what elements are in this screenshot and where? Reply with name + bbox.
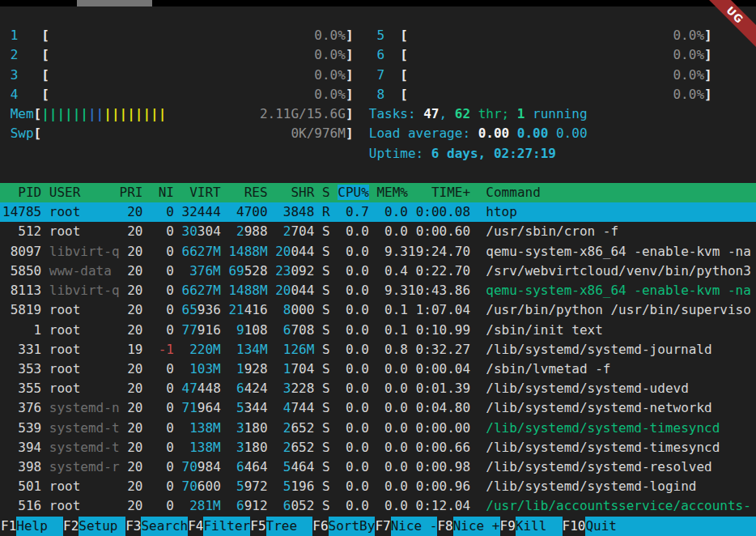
column-header-virt[interactable]: VIRT [189, 185, 221, 200]
mem-value: 138M [189, 440, 221, 455]
fn-f3-search[interactable]: F3Search [125, 517, 188, 536]
column-header-pid[interactable]: PID [18, 185, 41, 200]
mem-value: 9 [236, 322, 244, 338]
swp-meter-line: Swp[ 0K/976M] Load average: 0.00 0.00 0.… [0, 124, 756, 143]
cell-ni: 0 [142, 498, 174, 513]
cell-mem: 0.1 [369, 322, 408, 338]
cell-ni: 0 [142, 381, 174, 396]
fn-key-label: F10 [563, 517, 586, 536]
cell-ni: 0 [142, 400, 174, 415]
mem-value: 5 [236, 479, 244, 494]
cell-ni: 0 [142, 244, 174, 259]
cell-command: /sbin/lvmetad -f [486, 361, 610, 376]
fn-key-label: F1 [1, 517, 16, 536]
process-row[interactable]: 355 root 20 0 47448 6424 3228 S 0.0 0.0 … [0, 379, 756, 398]
process-row[interactable]: 14785 root 20 0 32444 4700 3848 R 0.7 0.… [0, 202, 756, 222]
fn-f7-nice[interactable]: F7Nice - [375, 517, 437, 536]
fn-f1-help[interactable]: F1Help [1, 517, 63, 536]
meter-bracket: ] [346, 106, 354, 121]
process-row[interactable]: 539 systemd-t 20 0 138M 3180 2652 S 0.0 … [0, 419, 756, 438]
cell-state: S [314, 223, 329, 239]
cell-cpu: 0.0 [330, 322, 369, 338]
cpu-meter-value: 0.0% [673, 87, 704, 102]
cell-time: 0:00.98 [408, 459, 470, 474]
cell-ni: 0 [142, 440, 174, 455]
load-average-label: Load average: [369, 125, 478, 141]
process-row[interactable]: 512 root 20 0 30304 2988 2704 S 0.0 0.0 … [0, 222, 756, 241]
meter-bracket: [ [400, 67, 408, 83]
process-row[interactable]: 394 systemd-t 20 0 138M 3180 2652 S 0.0 … [0, 438, 756, 457]
fn-f2-setup[interactable]: F2Setup [63, 517, 125, 536]
meter-bracket: ] [346, 67, 354, 83]
fn-key-label: F2 [63, 517, 79, 536]
process-row[interactable]: 516 root 20 0 281M 6912 6052 S 0.0 0.0 0… [0, 496, 756, 516]
column-header-command[interactable]: Command [486, 185, 540, 200]
cpu-meter-label: 1 [11, 28, 19, 43]
cell-command: /lib/systemd/systemd-networkd [486, 400, 711, 415]
column-header-time[interactable]: TIME+ [431, 185, 470, 200]
meter-bracket: [ [41, 87, 49, 102]
fn-f9-kill[interactable]: F9Kill [500, 517, 563, 536]
process-row[interactable]: 8113 libvirt-q 20 0 6627M 1488M 20044 S … [0, 281, 756, 300]
tasks-running-count: 1 [517, 106, 525, 121]
fn-action-label: Tree [266, 517, 313, 536]
cell-state: S [314, 283, 329, 298]
fn-f5-tree[interactable]: F5Tree [250, 517, 312, 536]
process-row[interactable]: 501 root 20 0 70600 5972 5196 S 0.0 0.0 … [0, 477, 756, 496]
mem-value: 20 [275, 283, 291, 298]
column-header-shr[interactable]: SHR [291, 185, 314, 200]
meter-bracket: [ [41, 67, 49, 83]
mem-value: 1488M [228, 283, 267, 298]
process-row[interactable]: 8097 libvirt-q 20 0 6627M 1488M 20044 S … [0, 242, 756, 262]
meter-bracket: [ [400, 47, 408, 62]
cell-state: R [314, 204, 329, 219]
mem-value: 30 [182, 223, 197, 239]
column-header-s[interactable]: S [322, 185, 330, 200]
mem-value: 281M [189, 498, 221, 513]
cell-ni: 0 [142, 302, 174, 317]
fn-f10-quit[interactable]: F10Quit [563, 517, 756, 536]
cell-cpu: 0.0 [330, 381, 369, 396]
cell-user: systemd-t [49, 440, 120, 455]
process-row[interactable]: 331 root 19 -1 220M 134M 126M S 0.0 0.8 … [0, 340, 756, 359]
tasks-label: Tasks: [369, 106, 423, 121]
column-header-user[interactable]: USER [49, 185, 81, 200]
cell-time: 0:00.96 [408, 479, 470, 494]
cell-pri: 20 [120, 244, 143, 259]
column-header-mem[interactable]: MEM% [376, 185, 408, 200]
process-row[interactable]: 376 systemd-n 20 0 71964 5344 4744 S 0.0… [0, 398, 756, 418]
cell-pid: 331 [2, 342, 41, 357]
column-header-res[interactable]: RES [244, 185, 268, 200]
window-tab-fragment[interactable] [77, 0, 152, 6]
fn-f4-filter[interactable]: F4Filter [188, 517, 250, 536]
process-row[interactable]: 353 root 20 0 103M 1928 1704 S 0.0 0.0 0… [0, 359, 756, 379]
process-row[interactable]: 1 root 20 0 77916 9108 6708 S 0.0 0.1 0:… [0, 321, 756, 340]
mem-meter-label: Mem [11, 106, 34, 121]
cell-cpu: 0.7 [330, 204, 369, 219]
fn-key-label: F7 [375, 517, 390, 536]
process-row[interactable]: 398 systemd-r 20 0 70984 6464 5464 S 0.0… [0, 457, 756, 477]
fn-f6-sortby[interactable]: F6SortBy [312, 517, 375, 536]
process-row[interactable]: 5819 root 20 0 65936 21416 8000 S 0.0 0.… [0, 300, 756, 320]
cell-ni: 0 [142, 263, 174, 279]
load-3: 0.00 [556, 125, 588, 141]
cell-cpu: 0.0 [330, 342, 369, 357]
column-header-ni[interactable]: NI [159, 185, 174, 200]
cell-ni: 0 [142, 459, 174, 474]
process-row[interactable]: 5850 www-data 20 0 376M 69528 23092 S 0.… [0, 262, 756, 281]
column-header-cpu[interactable]: CPU% [338, 185, 369, 200]
mem-value: 21 [228, 302, 244, 317]
cell-user: libvirt-q [49, 244, 120, 259]
cell-ni: 0 [142, 479, 174, 494]
fn-f8-nice[interactable]: F8Nice + [437, 517, 499, 536]
cell-pid: 5819 [2, 302, 41, 317]
blank-line [0, 6, 756, 26]
cell-user: systemd-r [49, 459, 120, 474]
column-header-pri[interactable]: PRI [120, 185, 143, 200]
cell-pri: 20 [120, 440, 143, 455]
meter-bracket: ] [346, 28, 354, 43]
mem-value: 77 [182, 322, 197, 338]
cell-time: 0:00.04 [408, 361, 470, 376]
cell-state: S [314, 244, 329, 259]
cpu-meter-value: 0.0% [314, 47, 346, 62]
